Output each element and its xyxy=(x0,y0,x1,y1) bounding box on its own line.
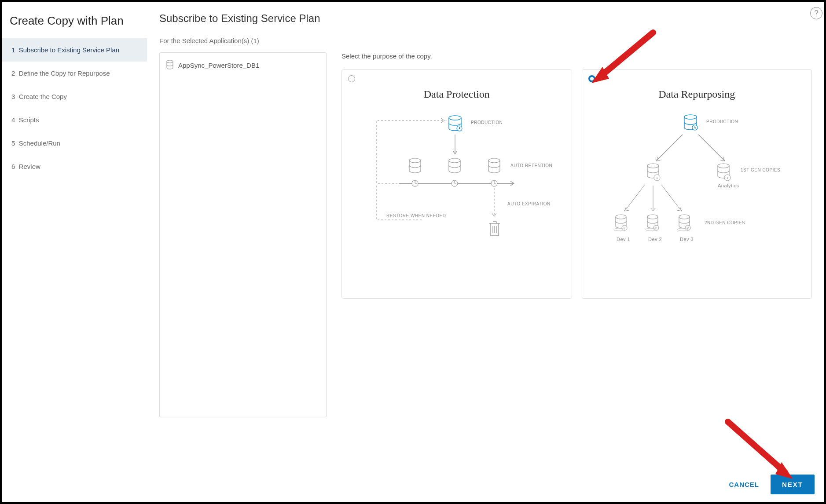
wizard-step-1[interactable]: 1 Subscribe to Existing Service Plan xyxy=(2,38,147,62)
card-data-protection[interactable]: Data Protection xyxy=(341,69,572,299)
wizard-sidebar: Create Copy with Plan 1 Subscribe to Exi… xyxy=(2,2,147,502)
svg-text:1ST GEN COPIES: 1ST GEN COPIES xyxy=(741,168,780,172)
svg-point-32 xyxy=(679,215,690,219)
svg-point-6 xyxy=(488,158,500,163)
svg-text:RESTORE WHEN NEEDED: RESTORE WHEN NEEDED xyxy=(386,213,446,218)
svg-point-4 xyxy=(409,158,421,163)
radio-data-protection[interactable] xyxy=(348,75,355,82)
protection-diagram: PRODUCTION xyxy=(349,111,565,287)
database-icon xyxy=(166,60,174,71)
svg-text:Dev 3: Dev 3 xyxy=(680,237,694,242)
wizard-step-5[interactable]: 5 Schedule/Run xyxy=(2,131,147,155)
svg-text:1: 1 xyxy=(656,176,658,180)
svg-point-16 xyxy=(647,164,659,168)
card-title-protection: Data Protection xyxy=(349,88,565,100)
help-icon[interactable]: ? xyxy=(810,7,822,19)
wizard-step-4[interactable]: 4 Scripts xyxy=(2,108,147,131)
svg-point-0 xyxy=(167,60,173,63)
svg-point-13 xyxy=(684,115,697,119)
application-list: AppSync_PowerStore_DB1 xyxy=(159,52,327,417)
purpose-label: Select the purpose of the copy. xyxy=(341,52,812,60)
svg-point-28 xyxy=(647,215,658,219)
svg-text:Dev 1: Dev 1 xyxy=(617,237,630,242)
svg-text:Analytics: Analytics xyxy=(718,183,739,188)
wizard-title: Create Copy with Plan xyxy=(2,10,147,38)
app-name: AppSync_PowerStore_DB1 xyxy=(178,62,259,69)
svg-text:1: 1 xyxy=(727,176,729,180)
svg-text:Dev 2: Dev 2 xyxy=(648,237,662,242)
wizard-step-6[interactable]: 6 Review xyxy=(2,155,147,178)
svg-point-24 xyxy=(616,215,626,219)
wizard-step-3[interactable]: 3 Create the Copy xyxy=(2,85,147,108)
card-data-repurposing[interactable]: Data Repurposing xyxy=(582,69,812,299)
repurposing-diagram: PRODUCTION 1 xyxy=(589,111,805,287)
list-item[interactable]: AppSync_PowerStore_DB1 xyxy=(165,57,321,73)
page-title: Subscribe to Existing Service Plan xyxy=(159,12,812,25)
svg-point-5 xyxy=(449,158,460,163)
svg-text:AUTO EXPIRATION: AUTO EXPIRATION xyxy=(507,201,551,206)
radio-data-repurposing[interactable] xyxy=(588,75,595,82)
svg-text:PRODUCTION: PRODUCTION xyxy=(706,119,738,124)
svg-point-19 xyxy=(718,164,729,168)
selected-apps-label: For the Selected Application(s) (1) xyxy=(159,37,812,44)
footer-actions: CANCEL NEXT xyxy=(725,475,815,494)
cancel-button[interactable]: CANCEL xyxy=(725,476,763,493)
svg-point-1 xyxy=(449,116,461,120)
wizard-step-2[interactable]: 2 Define the Copy for Repurpose xyxy=(2,62,147,85)
main-panel: ? Subscribe to Existing Service Plan For… xyxy=(147,2,824,502)
svg-text:AUTO RETENTION: AUTO RETENTION xyxy=(510,163,552,168)
next-button[interactable]: NEXT xyxy=(771,475,815,494)
svg-text:2ND GEN COPIES: 2ND GEN COPIES xyxy=(705,220,745,225)
card-title-repurposing: Data Repurposing xyxy=(589,88,805,100)
svg-text:PRODUCTION: PRODUCTION xyxy=(471,120,503,125)
